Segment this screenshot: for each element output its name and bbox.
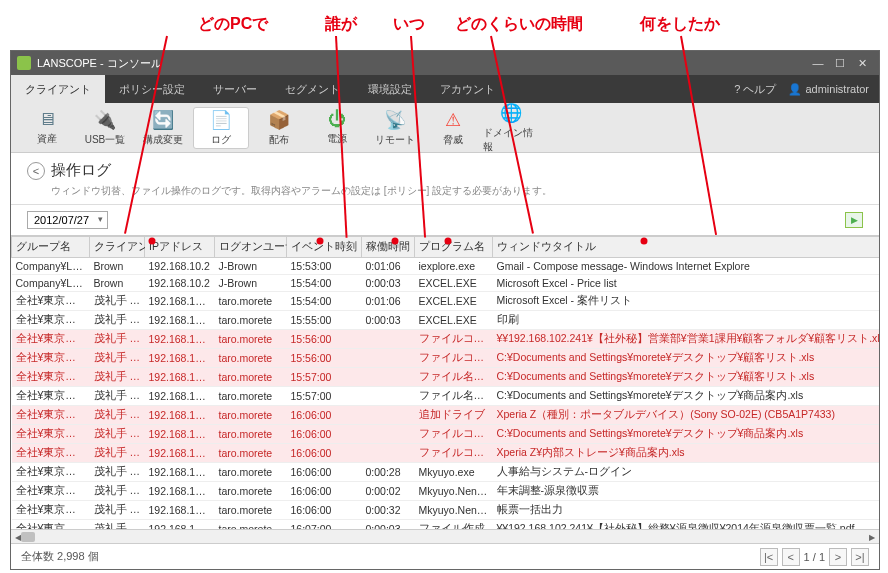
page-prev[interactable]: < bbox=[782, 548, 800, 566]
table-row[interactable]: 全社¥東京本部...茂礼手 太郎192.168.102...taro.moret… bbox=[12, 387, 880, 406]
toolbar-btn-脅威[interactable]: ⚠脅威 bbox=[425, 107, 481, 149]
cell: ファイルコピー先 bbox=[415, 444, 493, 463]
cell: 茂礼手 太郎 bbox=[90, 406, 145, 425]
toolbar-btn-配布[interactable]: 📦配布 bbox=[251, 107, 307, 149]
cell: 全社¥東京本部... bbox=[12, 501, 90, 520]
cell: 全社¥東京本部... bbox=[12, 463, 90, 482]
table-row[interactable]: 全社¥東京本部...茂礼手 太郎192.168.102...taro.moret… bbox=[12, 444, 880, 463]
cell: 0:00:03 bbox=[362, 275, 415, 292]
back-button[interactable]: < bbox=[27, 162, 45, 180]
cell: taro.morete bbox=[215, 444, 287, 463]
table-row[interactable]: 全社¥東京本部...茂礼手 太郎192.168.102...taro.moret… bbox=[12, 463, 880, 482]
cell: Mkyuyo.Nenc... bbox=[415, 482, 493, 501]
cell: 全社¥東京本部... bbox=[12, 425, 90, 444]
toolbar-btn-構成変更[interactable]: 🔄構成変更 bbox=[135, 107, 191, 149]
table-row[interactable]: 全社¥東京本部...茂礼手 太郎192.168.102...taro.moret… bbox=[12, 368, 880, 387]
cell: 16:07:00 bbox=[287, 520, 362, 530]
horizontal-scrollbar[interactable]: ◀ ▶ bbox=[11, 529, 879, 543]
page-title: 操作ログ bbox=[51, 161, 111, 180]
cell: 茂礼手 太郎 bbox=[90, 520, 145, 530]
pager: |< < 1 / 1 > >| bbox=[760, 548, 869, 566]
toolbar-btn-資産[interactable]: 🖥資産 bbox=[19, 107, 75, 149]
cell: 15:57:00 bbox=[287, 387, 362, 406]
cell: C:¥Documents and Settings¥morete¥デスクトップ¥… bbox=[493, 425, 880, 444]
close-button[interactable]: ✕ bbox=[851, 57, 873, 70]
tab-segment[interactable]: セグメント bbox=[271, 75, 354, 103]
cell: taro.morete bbox=[215, 482, 287, 501]
tab-env[interactable]: 環境設定 bbox=[354, 75, 426, 103]
total-count: 全体数 2,998 個 bbox=[21, 549, 99, 564]
col-header[interactable]: ログオンユーザー名 bbox=[215, 237, 287, 258]
cell: 0:00:02 bbox=[362, 482, 415, 501]
cell: Mkyuyo.Nenc... bbox=[415, 501, 493, 520]
col-header[interactable]: イベント時刻 bbox=[287, 237, 362, 258]
cell: 0:00:03 bbox=[362, 311, 415, 330]
toolbar: 🖥資産🔌USB一覧🔄構成変更📄ログ📦配布⏻電源📡リモート⚠脅威🌐ドメイン情報 bbox=[11, 103, 879, 153]
cell: 16:06:00 bbox=[287, 444, 362, 463]
annot-what: 何をしたか bbox=[640, 14, 720, 35]
table-row[interactable]: 全社¥東京本部...茂礼手 太郎192.168.102...taro.moret… bbox=[12, 330, 880, 349]
table-row[interactable]: 全社¥東京本部...茂礼手 太郎192.168.102...taro.moret… bbox=[12, 406, 880, 425]
user-label[interactable]: 👤 administrator bbox=[788, 83, 869, 96]
table-row[interactable]: 全社¥東京本部...茂礼手 太郎192.168.102...taro.moret… bbox=[12, 292, 880, 311]
toolbar-btn-ログ[interactable]: 📄ログ bbox=[193, 107, 249, 149]
cell: 茂礼手 太郎 bbox=[90, 387, 145, 406]
col-header[interactable]: プログラム名 bbox=[415, 237, 493, 258]
app-window: LANSCOPE - コンソール — ☐ ✕ クライアント ポリシー設定 サーバ… bbox=[10, 50, 880, 570]
cell: 15:54:00 bbox=[287, 275, 362, 292]
table-row[interactable]: Company¥LA ...Brown192.168.10.2J-Brown15… bbox=[12, 258, 880, 275]
toolbar-btn-USB一覧[interactable]: 🔌USB一覧 bbox=[77, 107, 133, 149]
cell: taro.morete bbox=[215, 501, 287, 520]
table-row[interactable]: 全社¥東京本部...茂礼手 太郎192.168.102...taro.moret… bbox=[12, 425, 880, 444]
maximize-button[interactable]: ☐ bbox=[829, 57, 851, 70]
cell: Xperia Z（種別：ポータブルデバイス）(Sony SO-02E) (CB5… bbox=[493, 406, 880, 425]
statusbar: 全体数 2,998 個 |< < 1 / 1 > >| bbox=[11, 543, 879, 569]
cell bbox=[362, 425, 415, 444]
toolbar-btn-ドメイン情報[interactable]: 🌐ドメイン情報 bbox=[483, 107, 539, 149]
table-row[interactable]: Company¥LA ...Brown192.168.10.2J-Brown15… bbox=[12, 275, 880, 292]
table-row[interactable]: 全社¥東京本部...茂礼手 太郎192.168.102...taro.moret… bbox=[12, 349, 880, 368]
cell: 全社¥東京本部... bbox=[12, 387, 90, 406]
cell: 年末調整-源泉徴収票 bbox=[493, 482, 880, 501]
cell: EXCEL.EXE bbox=[415, 275, 493, 292]
tab-client[interactable]: クライアント bbox=[11, 75, 105, 103]
cell: 192.168.102... bbox=[145, 292, 215, 311]
page-next[interactable]: > bbox=[829, 548, 847, 566]
cell: 追加ドライブ bbox=[415, 406, 493, 425]
col-header[interactable]: 稼働時間 bbox=[362, 237, 415, 258]
tab-server[interactable]: サーバー bbox=[199, 75, 271, 103]
table-row[interactable]: 全社¥東京本部...茂礼手 太郎192.168.102...taro.moret… bbox=[12, 501, 880, 520]
cell: 192.168.102... bbox=[145, 482, 215, 501]
toolbar-icon: 📄 bbox=[210, 109, 232, 131]
cell: 茂礼手 太郎 bbox=[90, 425, 145, 444]
cell: C:¥Documents and Settings¥morete¥デスクトップ¥… bbox=[493, 349, 880, 368]
table-row[interactable]: 全社¥東京本部...茂礼手 太郎192.168.102...taro.moret… bbox=[12, 482, 880, 501]
toolbar-icon: 🔌 bbox=[94, 109, 116, 131]
toolbar-label: 電源 bbox=[327, 132, 347, 146]
cell: EXCEL.EXE bbox=[415, 311, 493, 330]
log-grid[interactable]: グループ名クライアント名IPアドレスログオンユーザー名イベント時刻稼働時間プログ… bbox=[11, 235, 879, 529]
table-row[interactable]: 全社¥東京本部...茂礼手 太郎192.168.102...taro.moret… bbox=[12, 311, 880, 330]
col-header[interactable]: IPアドレス bbox=[145, 237, 215, 258]
toolbar-btn-電源[interactable]: ⏻電源 bbox=[309, 107, 365, 149]
help-link[interactable]: ? ヘルプ bbox=[734, 82, 776, 97]
col-header[interactable]: グループ名 bbox=[12, 237, 90, 258]
cell: ファイルコピー先 bbox=[415, 349, 493, 368]
cell: 全社¥東京本部... bbox=[12, 482, 90, 501]
cell: 茂礼手 太郎 bbox=[90, 311, 145, 330]
tab-account[interactable]: アカウント bbox=[426, 75, 509, 103]
page-first[interactable]: |< bbox=[760, 548, 778, 566]
export-button[interactable]: ▶ bbox=[845, 212, 863, 228]
cell: Company¥LA ... bbox=[12, 275, 90, 292]
cell: 茂礼手 太郎 bbox=[90, 349, 145, 368]
tab-policy[interactable]: ポリシー設定 bbox=[105, 75, 199, 103]
col-header[interactable]: ウィンドウタイトル bbox=[493, 237, 880, 258]
toolbar-btn-リモート[interactable]: 📡リモート bbox=[367, 107, 423, 149]
date-selector[interactable]: 2012/07/27 bbox=[27, 211, 108, 229]
minimize-button[interactable]: — bbox=[807, 57, 829, 69]
cell: 全社¥東京本部... bbox=[12, 311, 90, 330]
col-header[interactable]: クライアント名 bbox=[90, 237, 145, 258]
cell bbox=[362, 387, 415, 406]
table-row[interactable]: 全社¥東京本部...茂礼手 太郎192.168.102...taro.moret… bbox=[12, 520, 880, 530]
page-last[interactable]: >| bbox=[851, 548, 869, 566]
